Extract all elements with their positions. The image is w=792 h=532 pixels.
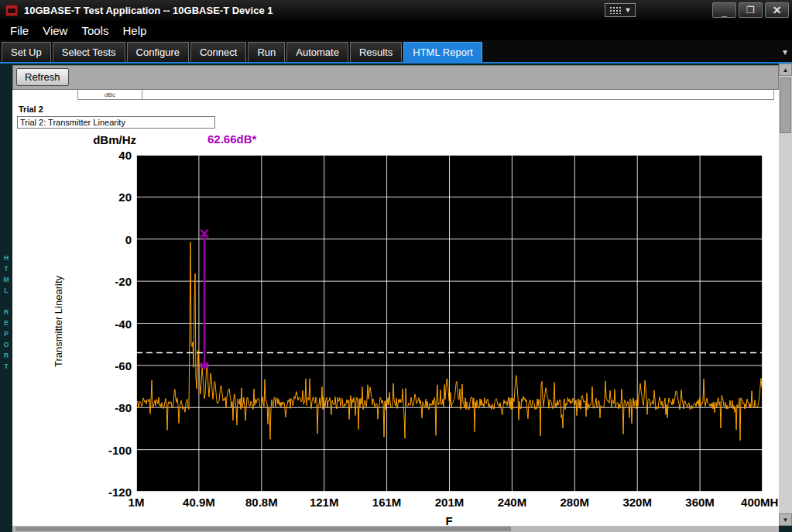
app-icon	[5, 5, 18, 16]
menu-file[interactable]: File	[3, 24, 36, 37]
minimize-button[interactable]: _	[712, 2, 736, 18]
tab-bar: Set Up Select Tests Configure Connect Ru…	[0, 40, 792, 63]
tab-overflow-dropdown[interactable]: ▼	[781, 48, 789, 57]
restore-button[interactable]: ❐	[739, 2, 763, 18]
toolbar-grip[interactable]: ▼	[605, 3, 636, 17]
scrollbar-corner	[779, 526, 792, 532]
window-title: 10GBASE-T Test Application -- 10GBASE-T …	[24, 5, 273, 16]
menu-tools[interactable]: Tools	[74, 24, 115, 37]
y-tick-label: 40	[59, 149, 132, 162]
scroll-up-button[interactable]: ▲	[779, 63, 792, 76]
table-cell-empty	[142, 90, 774, 100]
x-tick-label: 1M	[129, 496, 145, 509]
trial-label: Trial 2	[19, 105, 43, 114]
y-tick-label: 20	[59, 190, 132, 204]
y-tick-label: 0	[59, 232, 132, 245]
x-tick-label: 201M	[435, 496, 465, 509]
menu-help[interactable]: Help	[115, 24, 153, 37]
x-tick-label: 360M	[685, 496, 715, 509]
tab-select-tests[interactable]: Select Tests	[53, 42, 125, 62]
title-bar: 10GBASE-T Test Application -- 10GBASE-T …	[0, 0, 792, 20]
vertical-scrollbar[interactable]: ▲ ▼	[779, 63, 792, 526]
tab-connect[interactable]: Connect	[190, 42, 246, 62]
restore-icon: ❐	[746, 5, 755, 15]
x-tick-label: 320M	[622, 496, 652, 509]
y-tick-label: -120	[59, 486, 132, 499]
x-tick-label: 240M	[498, 496, 527, 509]
content-area: HTML REPORT Refresh dBc Trial 2 dBm/Hz 6…	[0, 63, 792, 532]
y-tick-label: -40	[59, 317, 132, 330]
scroll-down-button[interactable]: ▼	[779, 513, 792, 526]
y-tick-label: -100	[59, 443, 132, 456]
report-toolbar: Refresh	[12, 65, 779, 90]
y-tick-label: -60	[59, 359, 132, 372]
x-tick-label: 280M	[561, 496, 590, 509]
y-tick-label: -20	[59, 275, 132, 288]
menu-bar: File View Tools Help	[0, 20, 792, 40]
tab-results[interactable]: Results	[350, 42, 402, 62]
app-window: 10GBASE-T Test Application -- 10GBASE-T …	[0, 0, 792, 532]
trial-title-field[interactable]	[17, 116, 215, 129]
x-axis-title-partial: F	[445, 514, 452, 526]
horizontal-scrollbar[interactable]	[12, 526, 779, 532]
vertical-scroll-thumb[interactable]	[780, 77, 791, 133]
spectrum-plot	[136, 155, 763, 492]
window-controls: ▼ _ ❐ ✕	[605, 0, 789, 20]
x-tick-label: 161M	[372, 496, 402, 509]
grid-dots-icon	[609, 6, 622, 14]
menu-view[interactable]: View	[36, 24, 74, 37]
tab-configure[interactable]: Configure	[127, 42, 189, 62]
tab-set-up[interactable]: Set Up	[2, 42, 51, 62]
table-cell-dbc: dBc	[77, 90, 142, 100]
x-tick-label: 40.9M	[183, 496, 215, 509]
close-icon: ✕	[773, 4, 782, 16]
x-tick-label: 121M	[310, 496, 339, 509]
y-tick-label: -80	[59, 401, 132, 414]
results-table-fragment: dBc	[77, 90, 774, 100]
html-report-side-label: HTML REPORT	[2, 254, 10, 373]
y-axis-units-label: dBm/Hz	[87, 133, 136, 146]
tab-html-report[interactable]: HTML Report	[403, 42, 482, 62]
refresh-button[interactable]: Refresh	[16, 68, 69, 86]
close-button[interactable]: ✕	[765, 2, 789, 18]
arrow-up-icon: ▲	[783, 67, 789, 74]
marker-delta-annotation: 62.66dB*	[207, 132, 256, 146]
x-tick-label: 400MHz	[741, 496, 779, 509]
x-tick-label: 80.8M	[245, 496, 278, 509]
chevron-down-icon: ▼	[625, 7, 632, 14]
horizontal-scroll-thumb[interactable]	[15, 527, 511, 531]
html-report-panel: dBc Trial 2 dBm/Hz 62.66dB* Transmitter …	[12, 90, 779, 526]
tab-run[interactable]: Run	[248, 42, 285, 62]
tab-automate[interactable]: Automate	[286, 42, 348, 62]
arrow-down-icon: ▼	[783, 517, 789, 523]
minimize-icon: _	[722, 7, 727, 18]
